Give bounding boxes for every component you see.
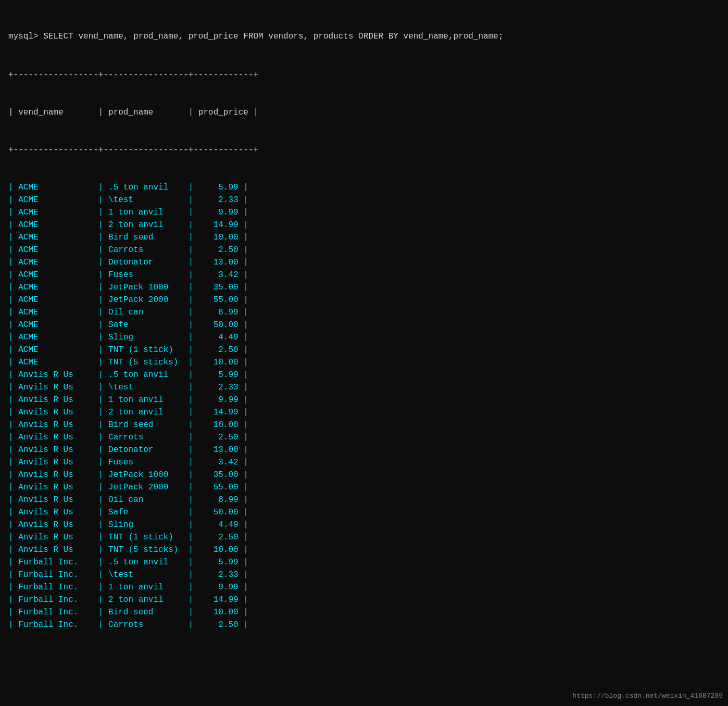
table-row: | Anvils R Us | Detonator | 13.00 | [8,444,720,456]
table-header: | vend_name | prod_name | prod_price | [8,106,720,119]
table-row: | ACME | \test | 2.33 | [8,194,720,206]
table-row: | Anvils R Us | JetPack 1000 | 35.00 | [8,469,720,481]
table-row: | Anvils R Us | 2 ton anvil | 14.99 | [8,406,720,419]
table-row: | ACME | Oil can | 8.99 | [8,306,720,319]
top-separator: +-----------------+-----------------+---… [8,69,720,81]
table-row: | ACME | TNT (1 stick) | 2.50 | [8,344,720,356]
command-line: mysql> SELECT vend_name, prod_name, prod… [8,30,720,43]
watermark: https://blog.csdn.net/weixin_41687289 [572,691,723,701]
table-row: | Furball Inc. | Carrots | 2.50 | [8,619,720,631]
table-body: | ACME | .5 ton anvil | 5.99 || ACME | \… [8,181,720,631]
table-row: | Anvils R Us | Oil can | 8.99 | [8,494,720,506]
table-row: | Anvils R Us | Safe | 50.00 | [8,506,720,519]
table-row: | ACME | Safe | 50.00 | [8,319,720,331]
table-row: | ACME | Bird seed | 10.00 | [8,231,720,244]
table-row: | Anvils R Us | TNT (1 stick) | 2.50 | [8,531,720,544]
table-row: | Furball Inc. | .5 ton anvil | 5.99 | [8,556,720,569]
prompt: mysql> [8,32,39,41]
table-row: | ACME | Sling | 4.49 | [8,331,720,344]
table-row: | Furball Inc. | Bird seed | 10.00 | [8,606,720,619]
table-row: | ACME | Detonator | 13.00 | [8,256,720,269]
table-row: | Anvils R Us | \test | 2.33 | [8,381,720,394]
terminal: mysql> SELECT vend_name, prod_name, prod… [8,5,720,644]
table-row: | ACME | Carrots | 2.50 | [8,244,720,256]
table-row: | Furball Inc. | 2 ton anvil | 14.99 | [8,594,720,606]
header-separator: +-----------------+-----------------+---… [8,144,720,156]
table-row: | Anvils R Us | .5 ton anvil | 5.99 | [8,369,720,381]
table-row: | Anvils R Us | Sling | 4.49 | [8,519,720,531]
table-row: | Furball Inc. | 1 ton anvil | 9.99 | [8,581,720,594]
table-row: | Anvils R Us | Fuses | 3.42 | [8,456,720,469]
table-row: | ACME | TNT (5 sticks) | 10.00 | [8,356,720,369]
table-row: | ACME | JetPack 1000 | 35.00 | [8,281,720,294]
table-row: | Anvils R Us | 1 ton anvil | 9.99 | [8,394,720,406]
table-row: | ACME | Fuses | 3.42 | [8,269,720,281]
table-row: | Anvils R Us | Carrots | 2.50 | [8,431,720,444]
table-row: | Anvils R Us | Bird seed | 10.00 | [8,419,720,431]
table-row: | ACME | 2 ton anvil | 14.99 | [8,219,720,231]
table-row: | ACME | 1 ton anvil | 9.99 | [8,206,720,219]
table-row: | Furball Inc. | \test | 2.33 | [8,569,720,581]
table-row: | ACME | .5 ton anvil | 5.99 | [8,181,720,194]
table-row: | Anvils R Us | TNT (5 sticks) | 10.00 | [8,544,720,556]
table-row: | ACME | JetPack 2000 | 55.00 | [8,294,720,306]
table-row: | Anvils R Us | JetPack 2000 | 55.00 | [8,481,720,494]
command-text: SELECT vend_name, prod_name, prod_price … [39,32,504,41]
